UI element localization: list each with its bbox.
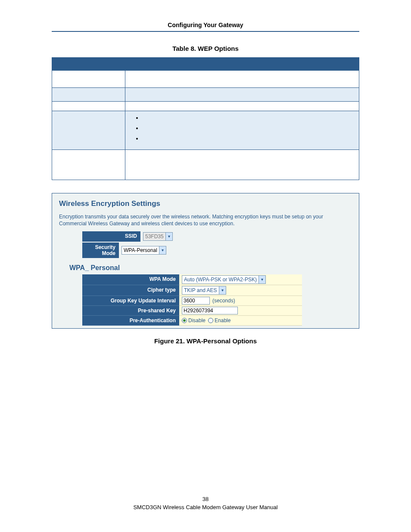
cipher-type-select[interactable]: TKIP and AES ▾ xyxy=(182,286,226,295)
preshared-key-label: Pre-shared Key xyxy=(82,306,179,316)
chevron-down-icon: ▾ xyxy=(165,233,172,240)
security-mode-value: WPA-Personal xyxy=(122,247,159,253)
list-item xyxy=(143,115,355,125)
chevron-down-icon: ▾ xyxy=(159,246,166,254)
list-item xyxy=(143,135,355,146)
table-row xyxy=(52,150,359,180)
table-row xyxy=(52,71,359,88)
preauth-disable-label: Disable xyxy=(188,317,206,324)
table-caption: Table 8. WEP Options xyxy=(52,45,359,52)
preshared-key-input[interactable] xyxy=(182,307,238,314)
cipher-type-label: Cipher type xyxy=(82,285,179,296)
group-key-interval-unit: (seconds) xyxy=(212,298,235,304)
wep-options-table xyxy=(52,57,359,180)
table-header-row xyxy=(52,58,359,71)
section-description: Encryption transmits your data securely … xyxy=(59,213,352,227)
table-row xyxy=(52,102,359,111)
group-key-interval-input[interactable] xyxy=(182,297,210,305)
manual-title: SMCD3GN Wireless Cable Modem Gateway Use… xyxy=(0,504,411,510)
radio-unchecked-icon xyxy=(208,318,213,323)
wpa-mode-value: Auto (WPA-PSK or WPA2-PSK) xyxy=(182,277,258,283)
ssid-value: 53FD35 xyxy=(143,233,165,240)
wpa-mode-label: WPA Mode xyxy=(82,274,179,285)
table-row xyxy=(52,111,359,150)
chevron-down-icon: ▾ xyxy=(219,286,226,294)
security-mode-select[interactable]: WPA-Personal ▾ xyxy=(121,246,166,255)
preauth-disable-radio[interactable]: Disable xyxy=(182,317,206,324)
list-item xyxy=(143,125,355,135)
header-divider xyxy=(52,31,359,32)
page-number: 38 xyxy=(0,496,411,502)
wpa-personal-heading: WPA_ Personal xyxy=(69,264,355,272)
section-heading: Wireless Encryption Settings xyxy=(59,199,355,208)
table-row xyxy=(52,88,359,102)
chevron-down-icon: ▾ xyxy=(258,276,265,283)
page-footer: 38 SMCD3GN Wireless Cable Modem Gateway … xyxy=(0,496,411,510)
wireless-encryption-screenshot: Wireless Encryption Settings Encryption … xyxy=(52,193,359,329)
security-mode-label: Security Mode xyxy=(82,243,119,258)
ssid-select[interactable]: 53FD35 ▾ xyxy=(143,232,173,241)
ssid-label: SSID xyxy=(82,231,140,242)
chapter-title: Configuring Your Gateway xyxy=(52,22,359,28)
cipher-type-value: TKIP and AES xyxy=(182,287,219,293)
wpa-mode-select[interactable]: Auto (WPA-PSK or WPA2-PSK) ▾ xyxy=(182,275,266,284)
group-key-interval-label: Group Key Update Interval xyxy=(82,296,179,306)
preauth-enable-radio[interactable]: Enable xyxy=(208,317,230,324)
preauth-label: Pre-Authentication xyxy=(82,316,179,326)
preauth-enable-label: Enable xyxy=(215,317,230,324)
radio-checked-icon xyxy=(182,318,187,323)
figure-caption: Figure 21. WPA-Personal Options xyxy=(52,337,359,345)
